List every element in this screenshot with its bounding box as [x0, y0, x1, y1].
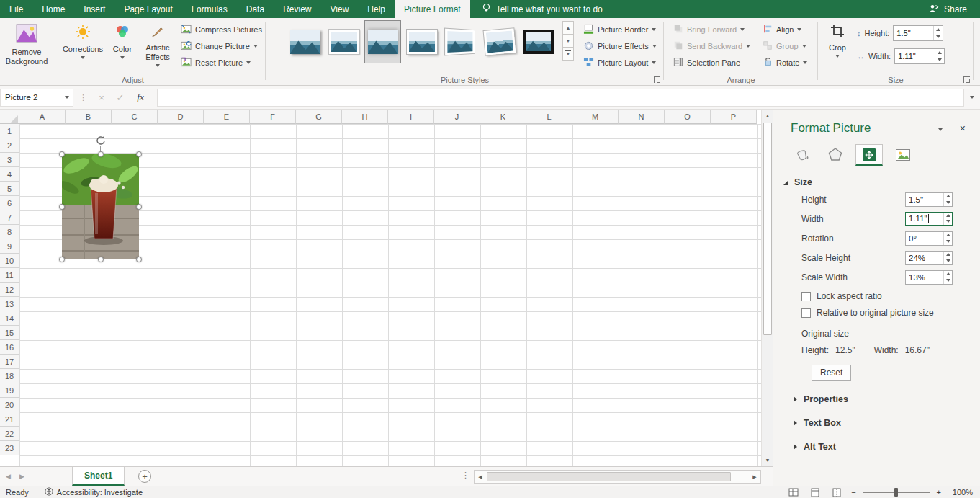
row-header-15[interactable]: 15: [0, 326, 19, 340]
change-picture-button[interactable]: Change Picture: [177, 38, 261, 54]
formula-bar-expand-icon[interactable]: [964, 96, 980, 99]
spin-up-icon[interactable]: [934, 26, 943, 33]
gallery-more-icon[interactable]: ▼: [562, 47, 574, 61]
resize-handle-se[interactable]: [136, 257, 142, 262]
row-header-13[interactable]: 13: [0, 297, 19, 311]
spin-down-icon[interactable]: [944, 200, 952, 206]
reset-button[interactable]: Reset: [812, 365, 851, 381]
shape-height-input[interactable]: 1.5": [893, 25, 943, 41]
fill-line-tab-icon[interactable]: [789, 144, 815, 166]
row-header-9[interactable]: 9: [0, 239, 19, 254]
zoom-in-icon[interactable]: +: [937, 488, 941, 497]
row-header-4[interactable]: 4: [0, 167, 19, 182]
row-header-5[interactable]: 5: [0, 182, 19, 196]
spin-up-icon[interactable]: [935, 49, 944, 56]
tab-file[interactable]: File: [0, 0, 32, 18]
picture-styles-dialog-launcher-icon[interactable]: [654, 76, 660, 83]
picture-border-button[interactable]: Picture Border: [580, 22, 660, 37]
alt-text-section-header[interactable]: Alt Text: [794, 442, 980, 452]
color-button[interactable]: Color: [107, 20, 138, 59]
formula-bar-drag-handle[interactable]: ⋮: [79, 93, 86, 102]
zoom-thumb[interactable]: [894, 488, 898, 497]
horizontal-scroll-thumb[interactable]: [487, 472, 731, 481]
share-button[interactable]: Share: [916, 0, 980, 18]
properties-section-header[interactable]: Properties: [794, 394, 980, 404]
column-header-O[interactable]: O: [665, 110, 711, 124]
sheet-bar-drag-handle[interactable]: ⋮: [462, 471, 469, 480]
picture-tab-icon[interactable]: [890, 144, 916, 166]
vertical-scrollbar[interactable]: ▲ ▼: [761, 110, 773, 466]
row-header-17[interactable]: 17: [0, 355, 19, 369]
crop-button[interactable]: Crop: [822, 20, 853, 58]
pane-close-icon[interactable]: ×: [957, 123, 968, 134]
column-header-I[interactable]: I: [388, 110, 434, 124]
spin-up-icon[interactable]: [944, 232, 952, 239]
relative-size-checkbox[interactable]: [801, 308, 811, 318]
row-header-19[interactable]: 19: [0, 383, 19, 398]
bring-forward-button[interactable]: Bring Forward: [670, 22, 748, 37]
spin-up-icon[interactable]: [944, 213, 952, 219]
spin-down-icon[interactable]: [934, 33, 943, 40]
selection-pane-button[interactable]: Selection Pane: [670, 55, 744, 71]
rotate-handle[interactable]: [95, 135, 107, 146]
artistic-effects-button[interactable]: Artistic Effects: [140, 20, 176, 67]
picture-style-thumb-selected[interactable]: [364, 20, 401, 63]
new-sheet-button[interactable]: +: [138, 470, 151, 483]
insert-function-icon[interactable]: fx: [130, 92, 151, 103]
name-box[interactable]: Picture 2: [0, 89, 60, 107]
scroll-right-icon[interactable]: ▶: [749, 471, 760, 483]
row-header-8[interactable]: 8: [0, 225, 19, 239]
pane-height-input[interactable]: 1.5": [905, 192, 953, 207]
compress-pictures-button[interactable]: Compress Pictures: [177, 22, 266, 37]
tell-me-box[interactable]: Tell me what you want to do: [482, 0, 603, 18]
row-header-18[interactable]: 18: [0, 369, 19, 383]
tab-help[interactable]: Help: [358, 0, 395, 18]
sheet-nav-left-icon[interactable]: ◀: [6, 473, 11, 480]
size-section-header[interactable]: Size: [783, 177, 980, 187]
vertical-scroll-thumb[interactable]: [763, 123, 772, 335]
tab-home[interactable]: Home: [32, 0, 74, 18]
rotate-button[interactable]: Rotate: [759, 55, 811, 71]
row-header-3[interactable]: 3: [0, 153, 19, 167]
row-header-21[interactable]: 21: [0, 412, 19, 427]
resize-handle-n[interactable]: [98, 151, 104, 157]
row-header-10[interactable]: 10: [0, 254, 19, 268]
pane-menu-chevron-icon[interactable]: [934, 122, 947, 135]
row-header-2[interactable]: 2: [0, 138, 19, 153]
resize-handle-sw[interactable]: [59, 257, 65, 262]
gallery-scroll-up-icon[interactable]: ▲: [562, 21, 574, 35]
select-all-corner[interactable]: [0, 110, 19, 124]
tab-data[interactable]: Data: [237, 0, 274, 18]
tab-picture-format[interactable]: Picture Format: [395, 0, 470, 18]
scroll-down-icon[interactable]: ▼: [762, 454, 773, 466]
lock-aspect-ratio-checkbox[interactable]: [801, 292, 811, 301]
size-properties-tab-icon[interactable]: [855, 144, 883, 166]
corrections-button[interactable]: Corrections: [62, 20, 104, 59]
spin-down-icon[interactable]: [944, 277, 952, 284]
column-header-K[interactable]: K: [480, 110, 526, 124]
column-header-M[interactable]: M: [572, 110, 619, 124]
sheet-nav-right-icon[interactable]: ▶: [19, 473, 24, 480]
horizontal-scrollbar[interactable]: ◀ ▶: [474, 470, 761, 484]
align-button[interactable]: Align: [759, 22, 805, 37]
text-box-section-header[interactable]: Text Box: [794, 418, 980, 428]
row-header-14[interactable]: 14: [0, 311, 19, 326]
spin-up-icon[interactable]: [944, 252, 952, 258]
row-header-12[interactable]: 12: [0, 283, 19, 297]
column-header-P[interactable]: P: [711, 110, 757, 124]
resize-handle-nw[interactable]: [59, 151, 65, 157]
accessibility-status[interactable]: Accessibility: Investigate: [45, 487, 143, 497]
tab-review[interactable]: Review: [274, 0, 320, 18]
column-header-E[interactable]: E: [204, 110, 250, 124]
picture-style-thumb[interactable]: [403, 20, 440, 63]
column-header-F[interactable]: F: [250, 110, 296, 124]
resize-handle-e[interactable]: [136, 204, 142, 210]
row-header-20[interactable]: 20: [0, 398, 19, 412]
formula-input[interactable]: [157, 89, 964, 107]
resize-handle-s[interactable]: [98, 257, 104, 262]
spin-down-icon[interactable]: [944, 258, 952, 264]
gallery-scroll-down-icon[interactable]: ▼: [562, 34, 574, 48]
picture-style-thumb[interactable]: [481, 20, 518, 63]
page-layout-view-icon[interactable]: [808, 487, 822, 498]
row-header-7[interactable]: 7: [0, 210, 19, 225]
